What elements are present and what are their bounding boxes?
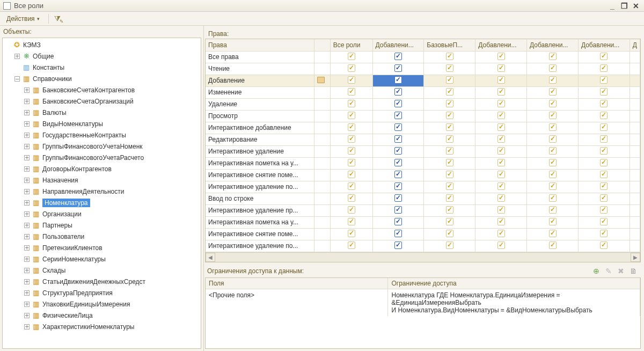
checkbox-icon[interactable] <box>497 88 505 96</box>
rights-check-cell[interactable] <box>527 122 579 134</box>
rights-row[interactable]: Ввод по строке <box>206 193 640 204</box>
rights-col-header-1[interactable] <box>314 39 330 51</box>
checkbox-icon[interactable] <box>394 206 402 214</box>
checkbox-icon[interactable] <box>549 76 557 84</box>
rights-row-label[interactable]: Просмотр <box>206 110 314 122</box>
tree-item-СтруктураПредприятия[interactable]: +▥СтруктураПредприятия <box>3 287 201 298</box>
tree-toggle[interactable]: + <box>24 234 30 239</box>
checkbox-icon[interactable] <box>600 230 608 237</box>
tree-toggle[interactable]: + <box>24 87 30 93</box>
rights-check-cell[interactable] <box>527 134 579 145</box>
rights-row-label[interactable]: Чтение <box>206 63 314 75</box>
rights-check-cell[interactable] <box>330 75 372 86</box>
rights-check-cell[interactable] <box>330 204 372 216</box>
checkbox-icon[interactable] <box>600 76 608 84</box>
rights-check-cell[interactable] <box>330 134 372 145</box>
checkbox-icon[interactable] <box>497 135 505 143</box>
rights-row-label[interactable]: Интерактивное удаление пр... <box>206 204 314 216</box>
rights-row-label[interactable]: Все права <box>206 51 314 63</box>
rights-check-cell[interactable] <box>424 145 475 157</box>
checkbox-icon[interactable] <box>348 182 355 190</box>
checkbox-icon[interactable] <box>497 112 505 119</box>
rights-check-cell[interactable] <box>372 169 424 181</box>
rights-check-cell[interactable] <box>527 145 579 157</box>
rights-check-cell[interactable] <box>424 122 475 134</box>
tree-toggle[interactable]: + <box>24 223 30 228</box>
rights-check-cell[interactable] <box>475 122 527 134</box>
checkbox-icon[interactable] <box>497 194 505 202</box>
rights-check-cell[interactable] <box>424 240 475 252</box>
rights-check-cell[interactable] <box>527 51 579 63</box>
checkbox-icon[interactable] <box>446 218 453 225</box>
checkbox-icon[interactable] <box>446 206 453 214</box>
rights-check-cell[interactable] <box>330 98 372 110</box>
checkbox-icon[interactable] <box>600 123 608 131</box>
tree-toggle[interactable]: + <box>24 302 30 307</box>
rights-check-cell[interactable] <box>424 157 475 169</box>
checkbox-icon[interactable] <box>600 159 608 166</box>
checkbox-icon[interactable] <box>394 53 402 60</box>
rights-row-label[interactable]: Интерактивное удаление <box>206 145 314 157</box>
rights-check-cell[interactable] <box>372 181 424 193</box>
tree-toggle[interactable]: − <box>14 76 20 82</box>
filter-icon[interactable]: ⧩ <box>54 14 61 23</box>
rights-check-cell[interactable] <box>475 145 527 157</box>
objects-tree-container[interactable]: ✪КЭМЗ+❋Общие▥Константы−▥Справочники+▥Бан… <box>2 38 201 349</box>
checkbox-icon[interactable] <box>348 230 355 237</box>
checkbox-icon[interactable] <box>348 242 355 249</box>
rights-check-cell[interactable] <box>372 134 424 145</box>
checkbox-icon[interactable] <box>497 242 505 249</box>
tree-item-Партнеры[interactable]: +▥Партнеры <box>3 220 201 231</box>
rights-check-cell[interactable] <box>527 193 579 204</box>
rights-row[interactable]: Интерактивное удаление по... <box>206 181 640 193</box>
rights-check-cell[interactable] <box>424 51 475 63</box>
rights-col-header-2[interactable]: Все роли <box>330 39 372 51</box>
rights-check-cell[interactable] <box>424 98 475 110</box>
rights-row-label[interactable]: Удаление <box>206 98 314 110</box>
checkbox-icon[interactable] <box>497 53 505 60</box>
tree-item-ГруппыФинансовогоУчетаНоменк[interactable]: +▥ГруппыФинансовогоУчетаНоменк <box>3 141 201 152</box>
rights-row[interactable]: Редактирование <box>206 134 640 145</box>
checkbox-icon[interactable] <box>446 194 453 202</box>
checkbox-icon[interactable] <box>600 147 608 155</box>
rights-row-label[interactable]: Интерактивное снятие поме... <box>206 228 314 240</box>
checkbox-icon[interactable] <box>446 112 453 119</box>
rights-check-cell[interactable] <box>372 98 424 110</box>
rights-row-label[interactable]: Редактирование <box>206 134 314 145</box>
rights-check-cell[interactable] <box>578 240 630 252</box>
rights-check-cell[interactable] <box>330 110 372 122</box>
checkbox-icon[interactable] <box>600 53 608 60</box>
rights-check-cell[interactable] <box>424 63 475 75</box>
checkbox-icon[interactable] <box>446 159 453 166</box>
rights-check-cell[interactable] <box>578 63 630 75</box>
rights-check-cell[interactable] <box>372 193 424 204</box>
checkbox-icon[interactable] <box>600 194 608 202</box>
tree-item-ХарактеристикиНоменклатуры[interactable]: +▥ХарактеристикиНоменклатуры <box>3 321 201 332</box>
rights-check-cell[interactable] <box>475 216 527 228</box>
checkbox-icon[interactable] <box>549 100 557 107</box>
checkbox-icon[interactable] <box>549 230 557 237</box>
rights-check-cell[interactable] <box>372 216 424 228</box>
checkbox-icon[interactable] <box>394 230 402 237</box>
checkbox-icon[interactable] <box>549 135 557 143</box>
rights-check-cell[interactable] <box>578 216 630 228</box>
tree-toggle[interactable]: + <box>24 279 30 284</box>
rights-row[interactable]: Удаление <box>206 98 640 110</box>
rights-check-cell[interactable] <box>372 204 424 216</box>
tree-toggle[interactable]: + <box>24 121 30 127</box>
checkbox-icon[interactable] <box>348 194 355 202</box>
checkbox-icon[interactable] <box>446 64 453 72</box>
rights-check-cell[interactable] <box>424 75 475 86</box>
checkbox-icon[interactable] <box>600 88 608 96</box>
tree-item-Назначения[interactable]: +▥Назначения <box>3 174 201 186</box>
rights-check-cell[interactable] <box>424 228 475 240</box>
rights-check-cell[interactable] <box>330 157 372 169</box>
checkbox-icon[interactable] <box>497 218 505 225</box>
checkbox-icon[interactable] <box>549 194 557 202</box>
rights-check-cell[interactable] <box>527 240 579 252</box>
checkbox-icon[interactable] <box>394 100 402 107</box>
rights-check-cell[interactable] <box>475 134 527 145</box>
checkbox-icon[interactable] <box>600 171 608 178</box>
rights-row-label[interactable]: Добавление <box>206 75 314 86</box>
tree-toggle[interactable]: + <box>24 189 30 194</box>
